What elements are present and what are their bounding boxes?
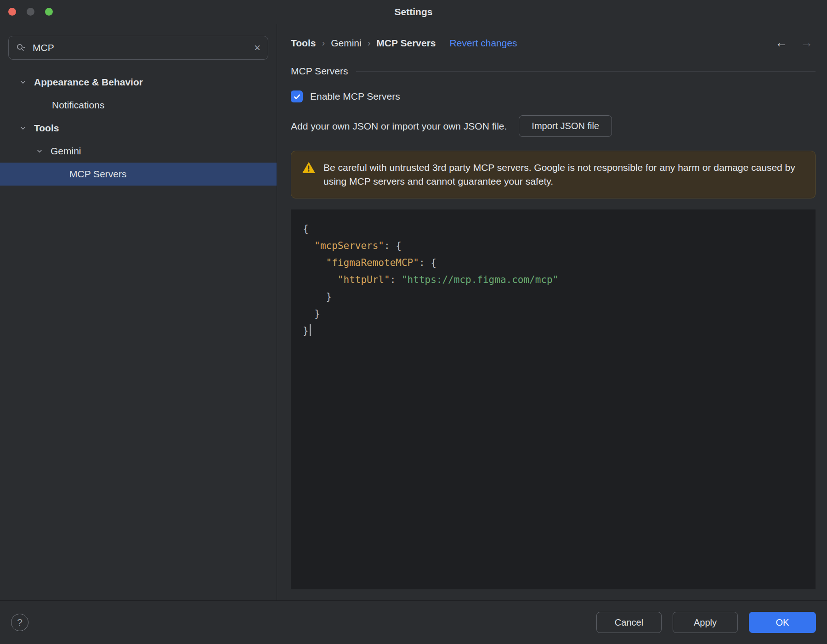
apply-button[interactable]: Apply <box>673 612 738 633</box>
sidebar-item-gemini[interactable]: Gemini <box>0 140 277 163</box>
sidebar-item-label: Tools <box>34 123 59 134</box>
window-title: Settings <box>0 0 827 24</box>
traffic-lights <box>8 8 53 16</box>
forward-arrow-icon[interactable]: → <box>800 36 813 50</box>
back-arrow-icon[interactable]: ← <box>775 36 787 50</box>
breadcrumb-separator: › <box>362 38 377 48</box>
sidebar-item-label: Gemini <box>51 146 81 157</box>
section-title: MCP Servers <box>291 66 348 77</box>
enable-mcp-label: Enable MCP Servers <box>310 91 400 102</box>
sidebar-item-appearance-behavior[interactable]: Appearance & Behavior <box>0 71 277 94</box>
sidebar-item-label: Appearance & Behavior <box>34 77 143 88</box>
section-divider <box>356 71 816 72</box>
close-button[interactable] <box>8 8 16 16</box>
warning-text: Be careful with untrusted 3rd party MCP … <box>323 161 804 188</box>
zoom-button[interactable] <box>45 8 53 16</box>
sidebar-item-tools[interactable]: Tools <box>0 117 277 140</box>
sidebar-item-label: Notifications <box>52 100 104 111</box>
revert-changes-link[interactable]: Revert changes <box>450 38 517 49</box>
clear-search-icon[interactable]: × <box>254 42 261 53</box>
sidebar-item-mcp-servers[interactable]: MCP Servers <box>0 163 277 186</box>
chevron-down-icon[interactable] <box>19 124 27 132</box>
ok-button[interactable]: OK <box>749 612 816 633</box>
breadcrumb-separator: › <box>316 38 331 48</box>
minimize-button[interactable] <box>27 8 34 16</box>
settings-window: Settings × A <box>0 0 827 644</box>
import-json-button[interactable]: Import JSON file <box>519 115 612 137</box>
dialog-footer: ? Cancel Apply OK <box>0 600 827 644</box>
mcp-servers-panel: Tools › Gemini › MCP Servers Revert chan… <box>277 24 827 600</box>
section-header: MCP Servers <box>291 66 816 77</box>
breadcrumb-gemini[interactable]: Gemini <box>331 38 362 49</box>
json-editor-content: { "mcpServers": { "figmaRemoteMCP": { "h… <box>303 220 816 339</box>
help-button[interactable]: ? <box>11 614 28 631</box>
enable-mcp-checkbox[interactable] <box>291 90 303 102</box>
breadcrumb-tools[interactable]: Tools <box>291 38 316 49</box>
enable-mcp-row[interactable]: Enable MCP Servers <box>291 90 816 102</box>
breadcrumb-mcp-servers[interactable]: MCP Servers <box>376 38 436 49</box>
history-nav: ← → <box>775 36 816 50</box>
titlebar: Settings <box>0 0 827 24</box>
chevron-down-icon[interactable] <box>19 79 27 86</box>
cancel-button[interactable]: Cancel <box>596 612 662 633</box>
warning-banner: Be careful with untrusted 3rd party MCP … <box>291 151 816 198</box>
search-icon[interactable] <box>16 43 26 52</box>
chevron-down-icon[interactable] <box>36 147 43 155</box>
warning-icon <box>302 162 315 177</box>
search-input[interactable] <box>32 42 249 54</box>
sidebar-item-label: MCP Servers <box>69 169 126 180</box>
import-hint-text: Add your own JSON or import your own JSO… <box>291 121 507 132</box>
settings-tree: Appearance & Behavior Notifications Tool… <box>0 71 277 186</box>
sidebar-item-notifications[interactable]: Notifications <box>0 94 277 117</box>
import-row: Add your own JSON or import your own JSO… <box>291 115 816 137</box>
json-editor[interactable]: { "mcpServers": { "figmaRemoteMCP": { "h… <box>291 209 816 589</box>
breadcrumb: Tools › Gemini › MCP Servers Revert chan… <box>291 36 816 50</box>
settings-sidebar: × Appearance & Behavior Notifications To… <box>0 24 277 600</box>
search-field[interactable]: × <box>8 36 268 60</box>
